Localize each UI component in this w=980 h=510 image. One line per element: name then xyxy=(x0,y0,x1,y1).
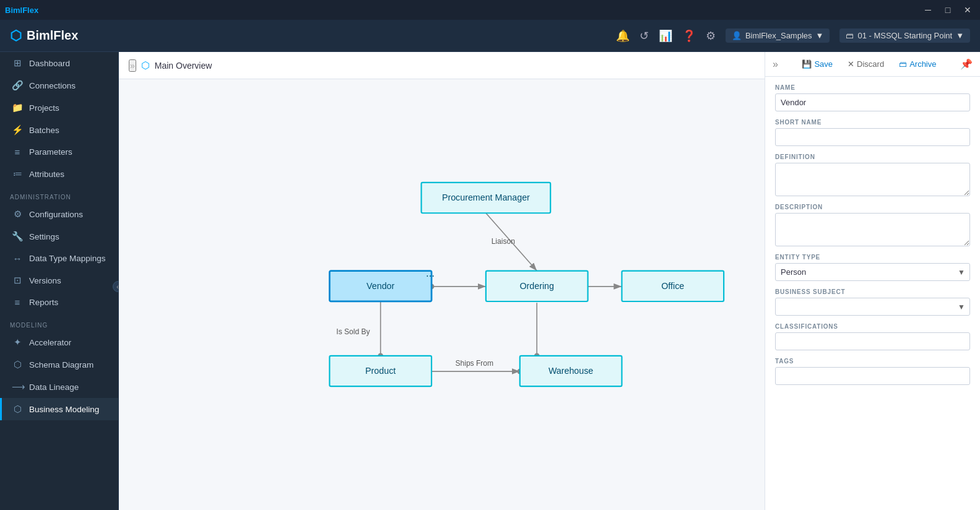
sidebar-item-business-modeling[interactable]: ⬡ Business Modeling xyxy=(0,398,118,420)
node-warehouse[interactable]: Warehouse xyxy=(520,356,622,386)
node-ordering[interactable]: Ordering xyxy=(486,271,588,301)
sidebar-item-batches[interactable]: ⚡ Batches xyxy=(0,119,118,141)
sidebar-item-configurations[interactable]: ⚙ Configurations xyxy=(0,203,118,225)
breadcrumb-diagram-icon: ⬡ xyxy=(141,59,150,71)
discard-button[interactable]: ✕ Discard xyxy=(843,57,889,71)
save-button[interactable]: 💾 Save xyxy=(797,57,838,71)
attributes-icon: ≔ xyxy=(12,168,23,179)
sidebar-item-label: Business Modeling xyxy=(29,405,99,414)
discard-icon: ✕ xyxy=(848,59,854,69)
sidebar-item-data-lineage[interactable]: ⟶ Data Lineage xyxy=(0,376,118,398)
edge-label-ships-from: Ships From xyxy=(455,359,493,368)
description-textarea[interactable] xyxy=(775,213,970,246)
panel-pin-button[interactable]: 📌 xyxy=(960,58,973,70)
sidebar-item-label: Data Lineage xyxy=(29,382,79,392)
edge-label-is-sold-by: Is Sold By xyxy=(336,327,370,336)
node-pm-label: Procurement Manager xyxy=(442,192,530,202)
sidebar-item-label: Connections xyxy=(29,81,76,90)
sidebar-item-attributes[interactable]: ≔ Attributes xyxy=(0,163,118,185)
classifications-label: CLASSIFICATIONS xyxy=(775,323,970,330)
breadcrumb-title: Main Overview xyxy=(155,61,212,71)
project-icon: 🗃 xyxy=(846,31,854,40)
name-field-group: NAME xyxy=(775,84,970,111)
versions-icon: ⊡ xyxy=(12,275,23,286)
tags-label: TAGS xyxy=(775,358,970,365)
accelerator-icon: ✦ xyxy=(12,337,23,348)
logo-icon: ⬡ xyxy=(10,28,22,44)
definition-textarea[interactable] xyxy=(775,163,970,196)
node-procurement-manager[interactable]: Procurement Manager xyxy=(422,183,551,213)
right-panel-body: NAME SHORT NAME DEFINITION DESCRIPTION E… xyxy=(765,77,980,392)
user-menu[interactable]: 👤 BimlFlex_Samples ▼ xyxy=(726,28,830,43)
notification-button[interactable]: 🔔 xyxy=(616,29,630,43)
schema-diagram-icon: ⬡ xyxy=(12,359,23,370)
sidebar-item-dashboard[interactable]: ⊞ Dashboard xyxy=(0,52,118,74)
header: ⬡ BimlFlex 🔔 ↺ 📊 ❓ ⚙ 👤 BimlFlex_Samples … xyxy=(0,20,980,52)
business-subject-field-group: BUSINESS SUBJECT ▼ xyxy=(775,288,970,316)
maximize-button[interactable]: □ xyxy=(940,2,955,17)
dashboard-icon: ⊞ xyxy=(12,58,23,69)
sidebar-item-accelerator[interactable]: ✦ Accelerator xyxy=(0,331,118,353)
stats-button[interactable]: 📊 xyxy=(659,29,672,43)
sidebar-item-label: Parameters xyxy=(29,147,72,157)
sidebar-item-label: Configurations xyxy=(29,210,83,219)
sidebar-item-reports[interactable]: ≡ Reports xyxy=(0,292,118,313)
save-icon: 💾 xyxy=(802,59,812,69)
connections-icon: 🔗 xyxy=(12,80,23,91)
sidebar-item-label: Attributes xyxy=(29,170,64,179)
parameters-icon: ≡ xyxy=(12,147,23,157)
save-label: Save xyxy=(814,59,833,69)
short-name-input[interactable] xyxy=(775,128,970,146)
sidebar-item-label: Batches xyxy=(29,126,59,135)
node-product[interactable]: Product xyxy=(329,356,431,386)
classifications-field-group: CLASSIFICATIONS xyxy=(775,323,970,350)
settings-button[interactable]: ⚙ xyxy=(706,29,716,43)
description-field-group: DESCRIPTION xyxy=(775,204,970,246)
short-name-field-group: SHORT NAME xyxy=(775,119,970,146)
title-bar: BimlFlex ─ □ ✕ xyxy=(0,0,980,20)
reports-icon: ≡ xyxy=(12,297,23,308)
breadcrumb-bar: » ⬡ Main Overview xyxy=(119,52,765,79)
entity-type-label: ENTITY TYPE xyxy=(775,254,970,261)
entity-type-select[interactable]: Person Organization Location Event xyxy=(775,263,970,281)
diagram-svg: Liaison Is Sold By Ships From xyxy=(119,79,765,510)
name-input[interactable] xyxy=(775,93,970,111)
minimize-button[interactable]: ─ xyxy=(921,2,935,17)
archive-button[interactable]: 🗃 Archive xyxy=(894,57,941,71)
breadcrumb-expand-button[interactable]: » xyxy=(129,59,136,72)
sidebar-item-versions[interactable]: ⊡ Versions xyxy=(0,269,118,292)
edge-label-liaison: Liaison xyxy=(492,237,515,246)
panel-collapse-button[interactable]: » xyxy=(773,59,778,70)
sidebar-item-parameters[interactable]: ≡ Parameters xyxy=(0,141,118,163)
sidebar-item-settings[interactable]: 🔧 Settings xyxy=(0,225,118,248)
diagram-area[interactable]: Liaison Is Sold By Ships From xyxy=(119,79,765,510)
sidebar-item-label: Accelerator xyxy=(29,338,71,347)
sidebar-item-label: Settings xyxy=(29,232,59,241)
business-modeling-icon: ⬡ xyxy=(12,404,23,415)
batches-icon: ⚡ xyxy=(12,124,23,136)
help-button[interactable]: ❓ xyxy=(682,29,696,43)
admin-section-label: Administration xyxy=(0,185,118,203)
refresh-button[interactable]: ↺ xyxy=(640,29,649,43)
sidebar-item-projects[interactable]: 📁 Projects xyxy=(0,97,118,119)
entity-type-field-group: ENTITY TYPE Person Organization Location… xyxy=(775,254,970,281)
definition-label: DEFINITION xyxy=(775,153,970,160)
business-subject-select-wrapper: ▼ xyxy=(775,298,970,316)
business-subject-select[interactable] xyxy=(775,298,970,316)
sidebar-item-connections[interactable]: 🔗 Connections xyxy=(0,74,118,97)
sidebar-item-label: Schema Diagram xyxy=(29,360,93,370)
archive-label: Archive xyxy=(909,59,936,69)
tags-input[interactable] xyxy=(775,367,970,385)
node-office[interactable]: Office xyxy=(622,271,724,301)
node-vendor[interactable]: Vendor ⋯ xyxy=(329,271,435,301)
node-vendor-label: Vendor xyxy=(366,281,394,291)
sidebar-item-schema-diagram[interactable]: ⬡ Schema Diagram xyxy=(0,353,118,376)
sidebar: « ⊞ Dashboard 🔗 Connections 📁 Projects ⚡… xyxy=(0,52,119,510)
project-menu[interactable]: 🗃 01 - MSSQL Starting Point ▼ xyxy=(839,28,970,43)
app-name: BimlFlex xyxy=(27,28,78,43)
sidebar-item-data-type-mappings[interactable]: ↔ Data Type Mappings xyxy=(0,248,118,269)
username: BimlFlex_Samples xyxy=(745,31,812,40)
classifications-input[interactable] xyxy=(775,332,970,350)
right-panel-header: » 💾 Save ✕ Discard 🗃 Archive 📌 xyxy=(765,52,980,77)
close-button[interactable]: ✕ xyxy=(960,2,975,17)
